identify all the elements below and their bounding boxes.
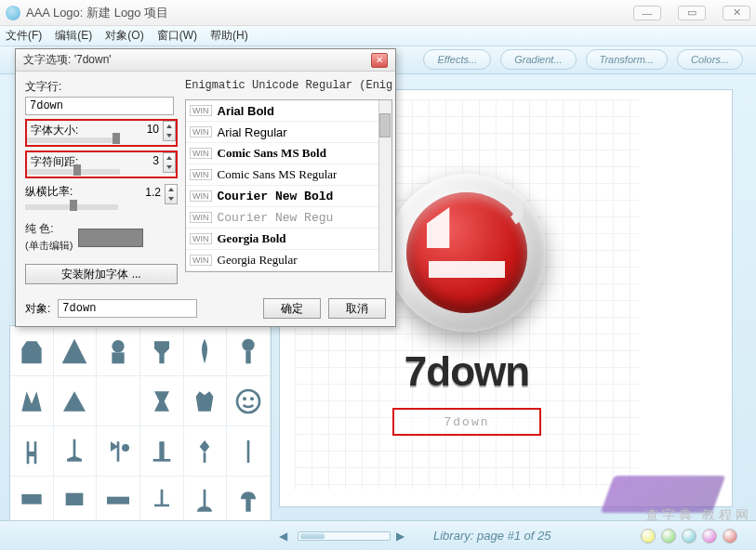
- library-shape[interactable]: [10, 477, 54, 527]
- font-name: Georgia Regular: [218, 253, 298, 268]
- object-label: 对象:: [25, 301, 50, 317]
- char-spacing-slider[interactable]: [27, 169, 120, 175]
- color-label: 纯 色:: [25, 221, 73, 237]
- library-shape[interactable]: [54, 326, 98, 376]
- install-fonts-button[interactable]: 安装附加字体 ...: [25, 264, 178, 284]
- window-close-button[interactable]: ✕: [723, 6, 750, 20]
- font-list-item[interactable]: WINGeorgia Bold: [186, 229, 391, 250]
- maximize-button[interactable]: ▭: [678, 6, 706, 20]
- color-dot[interactable]: [641, 529, 656, 543]
- char-spacing-label: 字符间距:: [31, 155, 78, 168]
- minimize-button[interactable]: —: [633, 6, 661, 20]
- library-shape[interactable]: [184, 426, 228, 477]
- menu-edit[interactable]: 编辑(E): [55, 28, 92, 44]
- library-shape[interactable]: [184, 326, 228, 376]
- ok-button[interactable]: 确定: [263, 298, 321, 319]
- font-list-item[interactable]: WINCourier New Regu: [186, 207, 391, 229]
- font-list-item[interactable]: WINGeorgia Regular: [186, 250, 391, 271]
- colors-button[interactable]: Colors...: [677, 49, 743, 70]
- font-name: Comic Sans MS Regular: [218, 167, 338, 182]
- logo-text: 7down: [388, 348, 546, 395]
- aspect-label: 纵横比率:: [25, 185, 73, 198]
- library-shape[interactable]: [97, 326, 140, 376]
- font-list-scrollbar[interactable]: [378, 100, 391, 271]
- svg-point-4: [243, 397, 246, 400]
- font-size-label: 字体大小:: [31, 124, 78, 137]
- color-dot[interactable]: [682, 529, 696, 543]
- menu-help[interactable]: 帮助(H): [210, 28, 248, 44]
- transform-button[interactable]: Transform...: [586, 49, 668, 70]
- menubar: 文件(F) 编辑(E) 对象(O) 窗口(W) 帮助(H): [0, 26, 756, 46]
- menu-window[interactable]: 窗口(W): [157, 28, 197, 44]
- font-platform-tag: WIN: [190, 126, 212, 138]
- color-dot[interactable]: [723, 529, 737, 543]
- font-list-item[interactable]: WINComic Sans MS Bold: [186, 143, 391, 164]
- library-shape[interactable]: [10, 426, 54, 477]
- library-shape[interactable]: [10, 376, 54, 426]
- font-list-item[interactable]: WINCourier New Bold: [186, 186, 391, 207]
- color-dot[interactable]: [702, 529, 717, 543]
- effects-button[interactable]: Effects...: [423, 49, 491, 70]
- library-shape[interactable]: [97, 477, 140, 527]
- library-shape[interactable]: [227, 376, 271, 426]
- scroll-right-icon[interactable]: ▶: [396, 530, 409, 543]
- library-shape[interactable]: [227, 326, 271, 376]
- svg-point-3: [237, 390, 259, 412]
- svg-point-0: [112, 340, 124, 352]
- library-shape[interactable]: [227, 426, 271, 477]
- text-row-input[interactable]: [25, 97, 174, 115]
- font-list-item[interactable]: WINArial Regular: [186, 122, 391, 143]
- library-shape[interactable]: [54, 426, 98, 477]
- text-row-label: 文字行:: [25, 79, 178, 95]
- window-titlebar: AAA Logo: 新建 Logo 项目 — ▭ ✕: [0, 0, 756, 26]
- gradient-button[interactable]: Gradient...: [500, 49, 576, 70]
- selected-text-object[interactable]: 7down: [392, 408, 541, 436]
- object-input[interactable]: [58, 299, 197, 318]
- menu-file[interactable]: 文件(F): [6, 28, 42, 44]
- dialog-close-button[interactable]: ✕: [371, 53, 388, 68]
- svg-rect-8: [107, 496, 129, 504]
- svg-rect-7: [66, 492, 84, 504]
- font-list-item[interactable]: WINComic Sans MS Regular: [186, 164, 391, 186]
- svg-rect-6: [21, 494, 41, 504]
- library-shape[interactable]: [97, 426, 140, 477]
- color-swatch[interactable]: [78, 229, 143, 247]
- logo-circle-icon: [388, 174, 546, 332]
- char-spacing-spinner[interactable]: [163, 152, 176, 173]
- font-size-spinner[interactable]: [163, 121, 176, 141]
- char-spacing-row: 字符间距: 3: [25, 151, 178, 178]
- font-size-value: 10: [131, 123, 159, 136]
- library-shape[interactable]: [184, 477, 228, 527]
- font-name: Georgia Bold: [218, 231, 286, 246]
- library-page-text: Library: page #1 of 25: [433, 529, 550, 543]
- library-shape[interactable]: [140, 477, 184, 527]
- cancel-button[interactable]: 取消: [328, 298, 386, 319]
- library-scrollbar[interactable]: [298, 531, 391, 541]
- color-dot[interactable]: [661, 529, 676, 543]
- aspect-spinner[interactable]: [165, 184, 178, 204]
- font-platform-tag: WIN: [190, 105, 212, 116]
- font-list[interactable]: WINArial BoldWINArial RegularWINComic Sa…: [185, 99, 392, 272]
- aspect-slider[interactable]: [25, 204, 118, 210]
- library-shape[interactable]: [140, 426, 184, 477]
- library-shape[interactable]: [140, 376, 184, 426]
- library-shape[interactable]: [97, 376, 140, 426]
- library-shape[interactable]: [227, 477, 271, 527]
- library-shape[interactable]: [10, 326, 54, 376]
- library-shape[interactable]: [184, 376, 228, 426]
- svg-point-1: [242, 338, 254, 350]
- library-panel: [9, 325, 272, 530]
- library-shape[interactable]: [54, 477, 98, 527]
- library-shape[interactable]: [54, 376, 98, 426]
- char-spacing-value: 3: [131, 154, 159, 167]
- logo-object[interactable]: 7down: [388, 174, 546, 395]
- svg-rect-2: [245, 351, 250, 363]
- font-size-slider[interactable]: [27, 138, 120, 143]
- dialog-titlebar[interactable]: 文字选项: '7down' ✕: [16, 49, 395, 72]
- scroll-left-icon[interactable]: ◀: [279, 530, 292, 543]
- font-size-row: 字体大小: 10: [25, 119, 178, 147]
- font-preview-text: Enigmatic Unicode Regular (Enig: [185, 79, 392, 96]
- font-list-item[interactable]: WINArial Bold: [186, 100, 391, 122]
- menu-object[interactable]: 对象(O): [105, 28, 143, 44]
- library-shape[interactable]: [140, 326, 184, 376]
